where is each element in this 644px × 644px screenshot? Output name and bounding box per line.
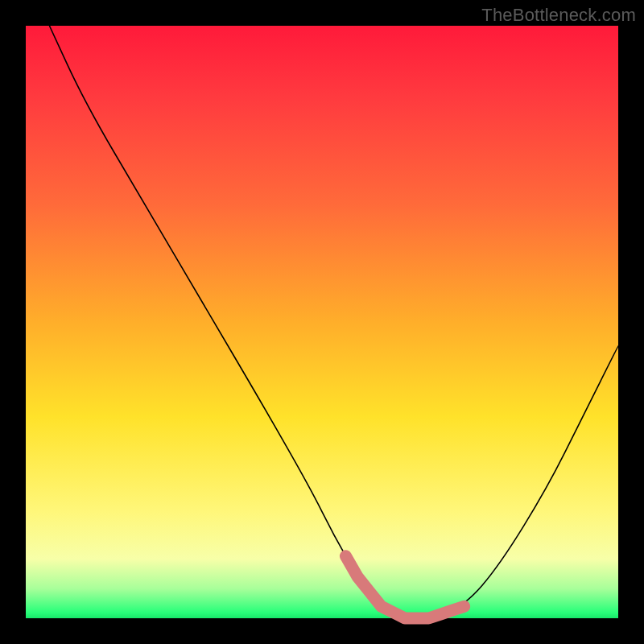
plot-area xyxy=(26,26,618,618)
bottleneck-curve xyxy=(49,26,618,618)
bottleneck-curve-svg xyxy=(26,26,618,618)
optimal-range-highlight xyxy=(345,556,464,618)
chart-frame: TheBottleneck.com xyxy=(0,0,644,644)
watermark-text: TheBottleneck.com xyxy=(481,5,636,26)
